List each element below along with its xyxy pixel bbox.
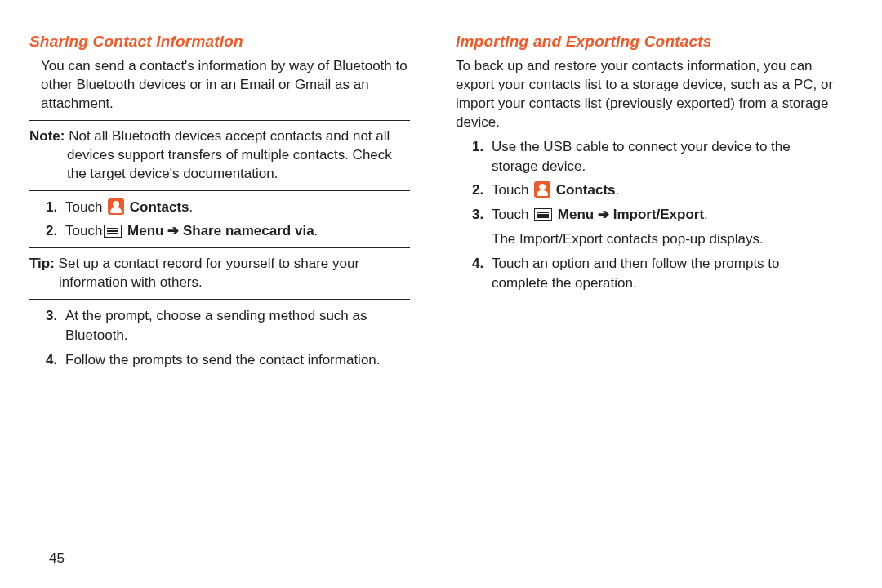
left-column: Sharing Contact Information You can send… <box>16 33 423 374</box>
step-text-bold: Share namecard via <box>179 223 314 238</box>
two-column-layout: Sharing Contact Information You can send… <box>0 0 882 374</box>
step-body: Use the USB cable to connect your device… <box>492 137 836 176</box>
step-3-after: The Import/Export contacts pop-up displa… <box>492 229 836 249</box>
arrow-icon: ➔ <box>598 207 609 222</box>
step-number: 3. <box>46 306 65 345</box>
contacts-icon <box>108 198 124 215</box>
step-text-pre: Touch <box>492 207 532 222</box>
step-1: 1. Touch Contacts. <box>46 198 410 217</box>
intro-paragraph: To back up and restore your contacts inf… <box>456 57 836 132</box>
step-3: 3. At the prompt, choose a sending metho… <box>46 306 410 345</box>
intro-paragraph: You can send a contact's information by … <box>41 57 410 114</box>
arrow-icon: ➔ <box>167 223 179 238</box>
step-text-pre: Touch <box>65 199 106 215</box>
step-number: 2. <box>472 180 492 200</box>
heading-importing: Importing and Exporting Contacts <box>456 33 836 51</box>
step-body: Touch Menu ➔ Import/Export. <box>492 205 836 225</box>
note-label: Note: <box>29 128 65 144</box>
step-body: Touch an option and then follow the prom… <box>492 254 836 293</box>
step-4: 4. Follow the prompts to send the contac… <box>46 350 410 370</box>
tip-label: Tip: <box>29 256 55 271</box>
divider <box>29 247 410 248</box>
step-number: 1. <box>46 198 65 217</box>
step-body: Touch Contacts. <box>492 180 836 200</box>
step-body: Touch Contacts. <box>65 198 410 217</box>
step-3: 3. Touch Menu ➔ Import/Export. <box>472 205 836 225</box>
step-text-post: . <box>314 223 318 238</box>
step-text-bold: Contacts <box>126 199 189 215</box>
menu-label: Menu <box>123 223 167 238</box>
step-text-pre: Touch <box>65 223 102 238</box>
step-text-bold: Import/Export <box>609 207 704 222</box>
page-number: 45 <box>49 550 65 567</box>
tip-text-first-line: Set up a contact record for yourself to … <box>55 256 359 271</box>
step-text-post: . <box>189 199 194 215</box>
menu-icon <box>534 208 552 221</box>
step-text-post: . <box>704 207 708 222</box>
step-number: 4. <box>46 350 65 370</box>
step-text-post: . <box>616 182 620 198</box>
step-text-bold: Contacts <box>552 182 615 198</box>
menu-label: Menu <box>554 207 598 222</box>
right-column: Importing and Exporting Contacts To back… <box>443 33 849 374</box>
step-1: 1. Use the USB cable to connect your dev… <box>472 137 836 176</box>
menu-icon <box>104 225 122 238</box>
divider <box>29 120 410 121</box>
step-text-pre: Touch <box>492 182 532 198</box>
step-body: Follow the prompts to send the contact i… <box>65 350 410 370</box>
note-text-cont: devices support transfers of multiple co… <box>29 146 410 184</box>
step-body: Touch Menu ➔ Share namecard via. <box>65 221 410 241</box>
step-2: 2. Touch Menu ➔ Share namecard via. <box>46 221 410 241</box>
step-4: 4. Touch an option and then follow the p… <box>472 254 836 293</box>
step-2: 2. Touch Contacts. <box>472 180 836 200</box>
step-number: 3. <box>472 205 492 225</box>
heading-sharing: Sharing Contact Information <box>29 33 410 51</box>
step-number: 1. <box>472 137 492 176</box>
note-block: Note: Not all Bluetooth devices accept c… <box>29 127 410 184</box>
tip-text-cont: information with others. <box>29 274 410 292</box>
contacts-icon <box>534 181 550 198</box>
divider <box>29 299 410 300</box>
note-text-first-line: Not all Bluetooth devices accept contact… <box>65 128 390 144</box>
tip-block: Tip: Set up a contact record for yoursel… <box>29 255 410 292</box>
divider <box>29 190 410 191</box>
step-number: 2. <box>46 221 65 241</box>
step-number: 4. <box>472 254 492 293</box>
step-body: At the prompt, choose a sending method s… <box>65 306 410 345</box>
manual-page: Sharing Contact Information You can send… <box>0 0 882 588</box>
